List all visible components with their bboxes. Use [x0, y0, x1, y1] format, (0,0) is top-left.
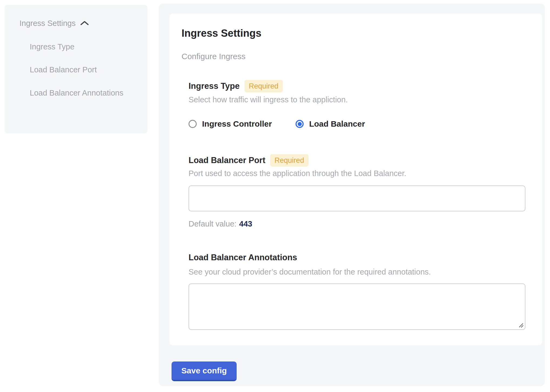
- section-title-ingress-type: Ingress Type: [189, 81, 240, 91]
- radio-selected-icon[interactable]: [296, 120, 304, 128]
- section-title-load-balancer-annotations: Load Balancer Annotations: [189, 253, 297, 262]
- section-title-load-balancer-port: Load Balancer Port: [189, 156, 265, 165]
- default-value-label: Default value:: [189, 219, 236, 228]
- sidebar-item-ingress-type[interactable]: Ingress Type: [30, 39, 75, 55]
- section-load-balancer-annotations-header: Load Balancer Annotations: [189, 253, 297, 262]
- sidebar-group-ingress-settings[interactable]: Ingress Settings: [19, 18, 89, 28]
- page-subtitle: Configure Ingress: [182, 52, 246, 61]
- section-desc-load-balancer-annotations: See your cloud provider’s documentation …: [189, 268, 431, 276]
- sidebar-group-label: Ingress Settings: [19, 18, 76, 28]
- radio-dot: [298, 122, 302, 126]
- ingress-settings-card: Ingress Settings Configure Ingress Ingre…: [169, 13, 542, 345]
- radio-unselected-icon[interactable]: [189, 120, 197, 128]
- page-title: Ingress Settings: [182, 28, 261, 39]
- sidebar-item-load-balancer-port[interactable]: Load Balancer Port: [30, 62, 97, 78]
- load-balancer-port-input[interactable]: [189, 185, 525, 211]
- section-ingress-type-header: Ingress Type Required: [189, 80, 283, 92]
- radio-option-load-balancer[interactable]: Load Balancer: [296, 119, 365, 129]
- load-balancer-annotations-textarea[interactable]: [189, 283, 525, 330]
- chevron-up-icon: [80, 21, 89, 26]
- radio-option-ingress-controller[interactable]: Ingress Controller: [189, 119, 272, 129]
- sidebar-item-load-balancer-annotations[interactable]: Load Balancer Annotations: [30, 85, 123, 101]
- required-badge: Required: [270, 154, 308, 167]
- default-value-line: Default value:443: [189, 219, 252, 228]
- section-desc-load-balancer-port: Port used to access the application thro…: [189, 169, 406, 178]
- radio-label-load-balancer: Load Balancer: [309, 119, 365, 129]
- ingress-type-radio-group: Ingress Controller Load Balancer: [189, 119, 365, 129]
- section-load-balancer-port-header: Load Balancer Port Required: [189, 154, 308, 167]
- save-config-button[interactable]: Save config: [172, 361, 237, 381]
- required-badge: Required: [244, 80, 283, 92]
- annotations-textarea-wrap: [189, 283, 525, 330]
- section-desc-ingress-type: Select how traffic will ingress to the a…: [189, 95, 348, 104]
- main-panel: Ingress Settings Configure Ingress Ingre…: [159, 4, 545, 386]
- settings-sidebar: Ingress Settings Ingress Type Load Balan…: [5, 5, 147, 133]
- default-value-number: 443: [239, 219, 252, 228]
- radio-label-ingress-controller: Ingress Controller: [202, 119, 272, 129]
